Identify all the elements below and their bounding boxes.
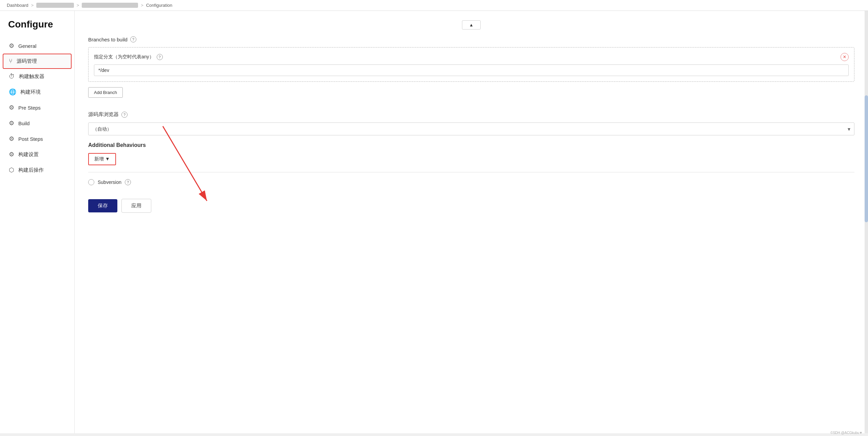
- source-browser-section: 源码库浏览器 ? （自动） ▾: [88, 111, 854, 135]
- sidebar-label-source-control: 源码管理: [17, 58, 37, 64]
- sidebar: Configure ⚙ General ⑂ 源码管理 ⏱ 构建触发器 🌐 构建环…: [0, 11, 75, 433]
- sidebar-item-source-control[interactable]: ⑂ 源码管理: [3, 54, 72, 69]
- branches-section: Branches to build ? 指定分支（为空时代表any） ? × A…: [88, 36, 854, 106]
- branch-icon: ⑂: [9, 58, 13, 65]
- subversion-label: Subversion: [98, 179, 121, 185]
- source-browser-select[interactable]: （自动）: [88, 122, 854, 135]
- breadcrumb-sep2: >: [77, 3, 79, 8]
- breadcrumb-item3: ██████████████████: [82, 3, 138, 8]
- sidebar-item-post-build[interactable]: ⬡ 构建后操作: [0, 162, 74, 178]
- source-browser-label-text: 源码库浏览器: [88, 111, 119, 118]
- hexagon-icon: ⬡: [9, 166, 14, 174]
- scroll-top-area: ▲: [88, 18, 854, 36]
- breadcrumb-item2: ████████████: [36, 3, 74, 8]
- subversion-section: Subversion ?: [88, 179, 854, 185]
- main-content: ▲ Branches to build ? 指定分支（为空时代表any） ? ×: [75, 11, 868, 433]
- content-area: ▲ Branches to build ? 指定分支（为空时代表any） ? ×: [75, 11, 868, 433]
- gear-icon-pre: ⚙: [9, 104, 14, 111]
- branch-close-button[interactable]: ×: [841, 53, 849, 61]
- additional-behaviours-section: Additional Behaviours 新增 ▼: [88, 142, 854, 165]
- sidebar-item-general[interactable]: ⚙ General: [0, 38, 74, 54]
- sidebar-item-build[interactable]: ⚙ Build: [0, 115, 74, 131]
- gear-icon: ⚙: [9, 42, 14, 50]
- sidebar-label-build: Build: [18, 120, 30, 126]
- save-button[interactable]: 保存: [88, 199, 117, 212]
- scrollbar-thumb: [865, 95, 868, 222]
- sidebar-label-build-settings: 构建设置: [18, 151, 39, 158]
- branch-input[interactable]: [94, 64, 849, 76]
- breadcrumb-dashboard[interactable]: Dashboard: [7, 3, 28, 8]
- source-browser-label: 源码库浏览器 ?: [88, 111, 854, 118]
- sidebar-item-build-trigger[interactable]: ⏱ 构建触发器: [0, 69, 74, 84]
- sidebar-label-general: General: [18, 43, 36, 49]
- scroll-top-button[interactable]: ▲: [462, 20, 481, 30]
- sidebar-item-pre-steps[interactable]: ⚙ Pre Steps: [0, 100, 74, 115]
- subversion-radio[interactable]: [88, 179, 94, 185]
- branches-label-text: Branches to build: [88, 37, 128, 42]
- sidebar-item-post-steps[interactable]: ⚙ Post Steps: [0, 131, 74, 147]
- branch-label-text: 指定分支（为空时代表any）: [94, 54, 154, 60]
- gear-icon-post: ⚙: [9, 135, 14, 143]
- save-bar: 保存 应用: [88, 195, 854, 213]
- main-scrollbar[interactable]: [865, 11, 868, 433]
- branches-label: Branches to build ?: [88, 36, 854, 42]
- gear-icon-settings: ⚙: [9, 151, 14, 158]
- add-behaviour-button[interactable]: 新增 ▼: [88, 153, 116, 165]
- sidebar-label-post-steps: Post Steps: [18, 136, 43, 142]
- globe-icon: 🌐: [9, 88, 16, 96]
- sidebar-item-build-env[interactable]: 🌐 构建环境: [0, 84, 74, 100]
- timer-icon: ⏱: [9, 73, 15, 80]
- footer-note: ©SDH @ACGkubu▼: [830, 431, 863, 435]
- source-browser-help-icon[interactable]: ?: [121, 112, 128, 118]
- add-branch-button[interactable]: Add Branch: [88, 87, 123, 98]
- branches-help-icon[interactable]: ?: [130, 36, 136, 42]
- sidebar-label-post-build: 构建后操作: [18, 167, 44, 173]
- section-divider: [88, 172, 854, 172]
- sidebar-label-pre-steps: Pre Steps: [18, 105, 41, 111]
- sidebar-item-build-settings[interactable]: ⚙ 构建设置: [0, 147, 74, 162]
- breadcrumb-configuration: Configuration: [146, 3, 172, 8]
- subversion-help-icon[interactable]: ?: [125, 179, 131, 185]
- sidebar-label-build-env: 构建环境: [20, 89, 41, 95]
- sidebar-title: Configure: [0, 19, 74, 38]
- topbar: Dashboard > ████████████ > █████████████…: [0, 0, 868, 11]
- apply-button[interactable]: 应用: [121, 199, 151, 213]
- breadcrumb-sep1: >: [31, 3, 34, 8]
- additional-behaviours-title: Additional Behaviours: [88, 142, 854, 148]
- branch-help-icon[interactable]: ?: [157, 54, 163, 60]
- sidebar-label-build-trigger: 构建触发器: [19, 73, 44, 80]
- branch-row-header: 指定分支（为空时代表any） ? ×: [94, 53, 849, 61]
- branch-box: 指定分支（为空时代表any） ? ×: [88, 47, 854, 82]
- add-behaviour-label: 新增 ▼: [94, 156, 110, 162]
- branch-row-label: 指定分支（为空时代表any） ?: [94, 54, 163, 60]
- gear-icon-build: ⚙: [9, 119, 14, 127]
- breadcrumb-sep3: >: [141, 3, 143, 8]
- source-browser-select-wrapper: （自动） ▾: [88, 122, 854, 135]
